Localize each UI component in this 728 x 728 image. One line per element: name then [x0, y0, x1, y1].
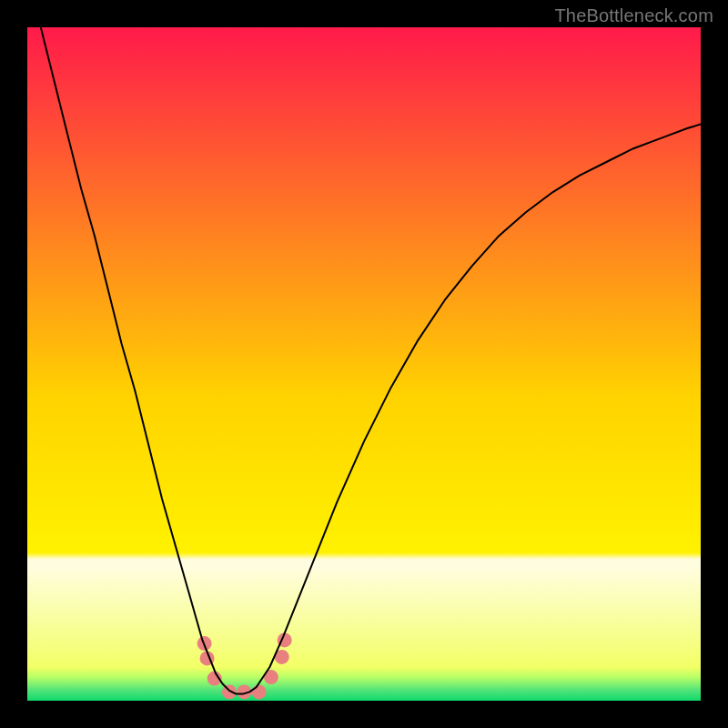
bottom-mark: [252, 684, 267, 699]
bottom-marks-group: [197, 632, 292, 699]
bottleneck-curve: [27, 27, 701, 694]
chart-frame: TheBottleneck.com: [0, 0, 728, 728]
curve-layer: [27, 27, 701, 701]
plot-area: [27, 27, 701, 701]
watermark-text: TheBottleneck.com: [554, 5, 713, 26]
bottom-mark: [222, 684, 237, 699]
